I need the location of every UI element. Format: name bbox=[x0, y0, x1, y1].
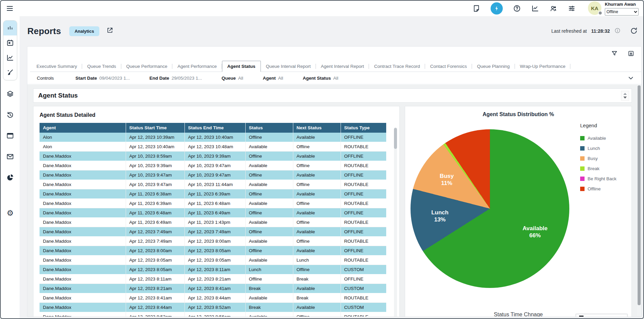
table-row[interactable]: Dane.MaddoxApr 12, 2023 8:21amApr 12, 20… bbox=[40, 284, 386, 293]
control-agent-status[interactable]: Agent StatusAll bbox=[303, 76, 338, 81]
user-status-select[interactable]: Offline bbox=[605, 8, 639, 16]
column-header-next-status[interactable]: Next Status bbox=[293, 123, 341, 133]
legend-item-offline[interactable]: Offline bbox=[580, 186, 617, 191]
tab-queue-interval-report[interactable]: Queue Interval Report bbox=[261, 61, 316, 72]
controls-label: Controls bbox=[37, 76, 54, 81]
control-end-date[interactable]: End Date29/05/2023 1... bbox=[149, 76, 202, 81]
table-cell: Available bbox=[293, 303, 341, 312]
column-header-status[interactable]: Status bbox=[245, 123, 293, 133]
refresh-icon[interactable] bbox=[630, 27, 638, 36]
table-row[interactable]: Dane.MaddoxApr 10, 2023 9:47amApr 10, 20… bbox=[40, 170, 386, 180]
tab-agent-status[interactable]: Agent Status bbox=[222, 61, 261, 72]
table-row[interactable]: AlonApr 12, 2023 10:39amApr 12, 2023 10:… bbox=[40, 133, 386, 142]
table-cell: ROUTABLE bbox=[341, 142, 386, 152]
table-row[interactable]: Dane.MaddoxApr 12, 2023 7:49amApr 12, 20… bbox=[40, 237, 386, 246]
control-agent[interactable]: AgentAll bbox=[263, 76, 283, 81]
table-cell: Apr 12, 2023 10:40am bbox=[184, 133, 245, 142]
tab-agent-performance[interactable]: Agent Performance bbox=[172, 61, 222, 72]
table-cell: Dane.Maddox bbox=[40, 170, 126, 180]
info-icon[interactable] bbox=[614, 27, 621, 35]
table-cell: Available bbox=[293, 152, 341, 161]
table-panel-title: Agent Status Detailed bbox=[40, 112, 393, 118]
legend-item-be-right-back[interactable]: Be Right Back bbox=[580, 176, 617, 181]
sidebar-item-settings[interactable]: ⚙ bbox=[7, 209, 14, 217]
dashboard-scrollbar-thumb[interactable] bbox=[638, 85, 641, 305]
controls-expand-chevron-icon[interactable] bbox=[627, 74, 635, 83]
column-header-status-start-time[interactable]: Status Start Time bbox=[126, 123, 184, 133]
control-value: 29/05/2023 1... bbox=[172, 76, 202, 81]
metrics-icon[interactable] bbox=[531, 4, 539, 12]
table-cell: Available bbox=[245, 161, 293, 170]
table-row[interactable]: Dane.MaddoxApr 10, 2023 8:59amApr 10, 20… bbox=[40, 152, 386, 161]
table-cell: ROUTABLE bbox=[341, 293, 386, 303]
export-icon[interactable] bbox=[627, 50, 635, 58]
table-row[interactable]: Dane.MaddoxApr 10, 2023 9:39amApr 10, 20… bbox=[40, 161, 386, 170]
notes-icon[interactable] bbox=[472, 4, 480, 12]
sidebar-item-layers[interactable] bbox=[6, 90, 14, 99]
column-header-status-end-time[interactable]: Status End Time bbox=[184, 123, 245, 133]
legend-item-break[interactable]: Break bbox=[580, 166, 617, 171]
agent-status-table: AgentStatus Start TimeStatus End TimeSta… bbox=[40, 123, 386, 317]
table-row[interactable]: Dane.MaddoxApr 12, 2023 8:44amApr 12, 20… bbox=[40, 303, 386, 312]
sheet-stepper[interactable] bbox=[621, 91, 629, 101]
sidebar-item-analyses[interactable] bbox=[3, 50, 17, 65]
preferences-icon[interactable] bbox=[568, 4, 576, 12]
table-scrollbar-thumb[interactable] bbox=[394, 128, 397, 149]
tab-contract-trace-record[interactable]: Contract Trace Record bbox=[369, 61, 425, 72]
table-row[interactable]: Dane.MaddoxApr 12, 2023 8:05amApr 12, 20… bbox=[40, 265, 386, 274]
table-row[interactable]: Dane.MaddoxApr 11, 2023 6:48amApr 11, 20… bbox=[40, 208, 386, 218]
tab-executive-summary[interactable]: Executive Summary bbox=[31, 61, 82, 72]
control-label: Start Date bbox=[75, 76, 97, 81]
tab-agent-interval-report[interactable]: Agent Interval Report bbox=[316, 61, 369, 72]
table-cell: Available bbox=[293, 133, 341, 142]
analytics-badge[interactable]: Analytics bbox=[69, 26, 100, 36]
avatar[interactable]: KA bbox=[588, 1, 601, 15]
table-row[interactable]: Dane.MaddoxApr 12, 2023 8:11amApr 12, 20… bbox=[40, 274, 386, 284]
sidebar-item-history[interactable] bbox=[6, 111, 14, 120]
tab-queue-planning[interactable]: Queue Planning bbox=[472, 61, 515, 72]
sidebar-item-window[interactable] bbox=[6, 132, 14, 141]
table-row[interactable]: Dane.MaddoxApr 10, 2023 9:47amApr 10, 20… bbox=[40, 180, 386, 189]
table-cell: Dane.Maddox bbox=[40, 152, 126, 161]
control-value: All bbox=[333, 76, 338, 81]
table-cell: Lunch bbox=[293, 256, 341, 265]
legend-item-available[interactable]: Available bbox=[580, 136, 617, 141]
filter-icon[interactable] bbox=[611, 50, 618, 58]
table-row[interactable]: Dane.MaddoxApr 12, 2023 8:41amApr 12, 20… bbox=[40, 293, 386, 303]
hamburger-menu-icon[interactable] bbox=[6, 4, 14, 14]
users-icon[interactable] bbox=[549, 4, 558, 12]
legend-item-busy[interactable]: Busy bbox=[580, 156, 617, 161]
legend-item-lunch[interactable]: Lunch bbox=[580, 146, 617, 151]
table-row[interactable]: Dane.MaddoxApr 11, 2023 6:49amApr 11, 20… bbox=[40, 218, 386, 227]
sidebar-item-calendar[interactable] bbox=[3, 35, 17, 50]
column-header-agent[interactable]: Agent bbox=[40, 123, 126, 133]
table-row[interactable]: Dane.MaddoxApr 12, 2023 8:52amApr 12, 20… bbox=[40, 312, 386, 317]
stepper-up-icon[interactable] bbox=[623, 93, 627, 95]
tab-contact-forensics[interactable]: Contact Forensics bbox=[425, 61, 472, 72]
sidebar-item-design[interactable] bbox=[3, 65, 17, 80]
external-link-icon[interactable] bbox=[106, 27, 114, 35]
tab-wrap-up-performance[interactable]: Wrap-Up Performance bbox=[515, 61, 571, 72]
table-row[interactable]: Dane.MaddoxApr 12, 2023 7:49amApr 12, 20… bbox=[40, 227, 386, 237]
help-icon[interactable] bbox=[513, 4, 521, 12]
table-cell: Apr 12, 2023 8:00am bbox=[126, 246, 184, 256]
status-dot bbox=[598, 11, 602, 15]
user-name: Khurram Awan bbox=[605, 2, 639, 7]
table-row[interactable]: AlonApr 12, 2023 10:40amApr 12, 2023 10:… bbox=[40, 142, 386, 152]
tab-queue-trends[interactable]: Queue Trends bbox=[82, 61, 121, 72]
flash-icon[interactable] bbox=[491, 2, 503, 15]
sidebar-item-pie-chart[interactable] bbox=[6, 174, 14, 183]
pie-chart[interactable]: Busy11%Lunch13%Available66% bbox=[411, 129, 569, 288]
stepper-down-icon[interactable] bbox=[623, 97, 627, 99]
column-header-status-type[interactable]: Status Type bbox=[341, 123, 386, 133]
tab-queue-performance[interactable]: Queue Performance bbox=[121, 61, 173, 72]
table-row[interactable]: Dane.MaddoxApr 11, 2023 6:38amApr 11, 20… bbox=[40, 189, 386, 199]
control-start-date[interactable]: Start Date09/04/2023 1... bbox=[75, 76, 130, 81]
sidebar-item-dashboards[interactable] bbox=[3, 21, 17, 35]
control-queue[interactable]: QueueAll bbox=[222, 76, 243, 81]
sidebar-item-mail[interactable] bbox=[6, 153, 14, 162]
table-row[interactable]: Dane.MaddoxApr 12, 2023 8:05amApr 12, 20… bbox=[40, 256, 386, 265]
table-row[interactable]: Dane.MaddoxApr 12, 2023 8:00amApr 12, 20… bbox=[40, 246, 386, 256]
table-cell: Available bbox=[245, 180, 293, 189]
table-row[interactable]: Dane.MaddoxApr 11, 2023 6:39amApr 11, 20… bbox=[40, 199, 386, 208]
